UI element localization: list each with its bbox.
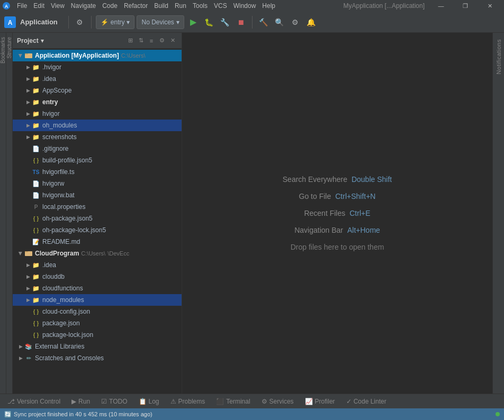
tree-item-readme[interactable]: 📝 README.md xyxy=(13,236,182,248)
tree-item-idea[interactable]: ▶ 📁 .idea xyxy=(13,73,182,85)
tree-item-hvigor2[interactable]: ▶ 📁 hvigor xyxy=(13,108,182,120)
tab-run[interactable]: ▶ Run xyxy=(66,394,96,408)
sidebar-collapse-all-icon[interactable]: ⊞ xyxy=(125,36,135,45)
menu-edit[interactable]: Edit xyxy=(30,0,48,12)
menu-code[interactable]: Code xyxy=(99,0,121,12)
sidebar-dropdown[interactable]: ▾ xyxy=(41,37,44,44)
notifications-button[interactable]: 🔔 xyxy=(304,15,318,29)
tree-file-icon-readme: 📝 xyxy=(32,238,40,246)
menu-window[interactable]: Window xyxy=(230,0,259,12)
tree-item-entry[interactable]: ▶ 📁 entry xyxy=(13,96,182,108)
bookmarks-strip: Bookmarks xyxy=(0,33,6,394)
tree-item-oh-package-lock[interactable]: { } oh-package-lock.json5 xyxy=(13,224,182,236)
sync-icon: 🔄 xyxy=(4,411,12,418)
tree-label-entry: entry xyxy=(42,98,58,106)
tree-item-package-json[interactable]: { } package.json xyxy=(13,317,182,329)
search-button[interactable]: 🔍 xyxy=(273,15,286,29)
tab-code-linter[interactable]: ✓ Code Linter xyxy=(341,394,392,408)
menu-file[interactable]: File xyxy=(14,0,30,12)
tree-item-hvigorw-bat[interactable]: 📄 hvigorw.bat xyxy=(13,189,182,201)
tree-label-cloud-idea: .idea xyxy=(42,261,56,269)
menu-build[interactable]: Build xyxy=(151,0,172,12)
window-title: MyApplication [...Application] xyxy=(344,2,425,10)
tree-folder-icon-cloud xyxy=(24,249,33,258)
toolbar-separator-3 xyxy=(252,16,253,29)
tree-item-gitignore[interactable]: 📄 .gitignore xyxy=(13,143,182,154)
tree-item-hvigorw[interactable]: 📄 hvigorw xyxy=(13,178,182,189)
tree-item-cloud-root[interactable]: ▶ CloudProgram C:\Users\ \DevEcc xyxy=(13,248,182,259)
menu-tools[interactable]: Tools xyxy=(190,0,211,12)
tree-label-hvigorw-bat: hvigorw.bat xyxy=(42,191,75,199)
build-button[interactable]: 🔨 xyxy=(257,15,271,29)
tree-item-build-profile[interactable]: { } build-profile.json5 xyxy=(13,154,182,166)
tree-item-package-lock[interactable]: { } package-lock.json xyxy=(13,329,182,341)
gear-button[interactable]: ⚙ xyxy=(289,15,302,29)
tree-label-hvigor: .hvigor xyxy=(42,63,61,71)
tree-item-cloud-idea[interactable]: ▶ 📁 .idea xyxy=(13,259,182,271)
menu-navigate[interactable]: Navigate xyxy=(68,0,99,12)
tree-path-cloud-root2: \DevEcc xyxy=(107,250,129,257)
profiler-icon: 📈 xyxy=(305,398,313,405)
notifications-panel-label[interactable]: Notifications xyxy=(496,35,502,78)
device-selector-button[interactable]: No Devices ▾ xyxy=(137,15,184,29)
tree-item-oh-package[interactable]: { } oh-package.json5 xyxy=(13,213,182,224)
sidebar-sort-icon[interactable]: ⇅ xyxy=(136,36,146,45)
tree-item-oh-modules[interactable]: ▶ 📁 oh_modules xyxy=(13,120,182,131)
tab-services[interactable]: ⚙ Services xyxy=(256,394,300,408)
run-button[interactable]: ▶ xyxy=(186,15,200,29)
sidebar-close-icon[interactable]: ✕ xyxy=(168,36,177,45)
tree-item-screenshots[interactable]: ▶ 📁 screenshots xyxy=(13,131,182,143)
debug-button[interactable]: 🐛 xyxy=(202,15,216,29)
profile-button[interactable]: 🔧 xyxy=(218,15,232,29)
tree-folder-icon-node-modules: 📁 xyxy=(32,296,40,304)
tree-file-icon-package-lock: { } xyxy=(32,331,40,339)
tree-item-node-modules[interactable]: ▶ 📁 node_modules xyxy=(13,294,182,306)
tree-item-ext-libs[interactable]: ▶ 📚 External Libraries xyxy=(13,341,182,352)
tree-arrow-node-modules: ▶ xyxy=(24,296,32,304)
run-config-button[interactable]: ⚡ entry ▾ xyxy=(96,15,135,29)
tree-item-appscope[interactable]: ▶ 📁 AppScope xyxy=(13,85,182,96)
tree-item-hvigor[interactable]: ▶ 📁 .hvigor xyxy=(13,61,182,73)
tree-label-appscope: AppScope xyxy=(42,87,71,94)
sidebar-settings-icon[interactable]: ⚙ xyxy=(157,36,167,45)
structure-label[interactable]: Structure xyxy=(6,33,12,63)
editor-area: Search Everywhere Double Shift Go to Fil… xyxy=(182,33,492,394)
minimize-button[interactable]: — xyxy=(429,0,453,12)
menu-run[interactable]: Run xyxy=(172,0,190,12)
tree-arrow-entry: ▶ xyxy=(24,98,32,106)
tree-label-gitignore: .gitignore xyxy=(42,145,68,152)
menu-view[interactable]: View xyxy=(48,0,68,12)
tab-log[interactable]: 📋 Log xyxy=(133,394,165,408)
menu-help[interactable]: Help xyxy=(259,0,278,12)
tree-label-oh-modules: oh_modules xyxy=(42,122,77,129)
menu-refactor[interactable]: Refactor xyxy=(121,0,151,12)
tree-item-clouddb[interactable]: ▶ 📁 clouddb xyxy=(13,271,182,282)
stop-button[interactable]: ⏹ xyxy=(234,15,248,29)
tree-folder-icon-appscope: 📁 xyxy=(32,86,40,95)
tree-item-cloudfunctions[interactable]: ▶ 📁 cloudfunctions xyxy=(13,282,182,294)
maximize-button[interactable]: ❐ xyxy=(453,0,478,12)
close-button[interactable]: ✕ xyxy=(478,0,502,12)
tree-path-app-root: C:\Users\ xyxy=(121,52,146,59)
svg-rect-7 xyxy=(25,251,28,252)
log-icon: 📋 xyxy=(139,398,147,405)
settings-icon[interactable]: ⚙ xyxy=(73,15,87,29)
tab-terminal[interactable]: ⬛ Terminal xyxy=(211,394,256,408)
tree-file-icon-cloud-config: { } xyxy=(32,307,40,316)
tree-item-local-props[interactable]: P local.properties xyxy=(13,201,182,213)
menu-vcs[interactable]: VCS xyxy=(211,0,230,12)
main-content: Bookmarks Structure Project ▾ ⊞ ⇅ ≡ ⚙ ✕ … xyxy=(0,33,504,394)
tab-todo[interactable]: ☑ TODO xyxy=(96,394,133,408)
tree-item-cloud-config[interactable]: { } cloud-config.json xyxy=(13,306,182,317)
tab-profiler[interactable]: 📈 Profiler xyxy=(300,394,341,408)
bookmarks-label[interactable]: Bookmarks xyxy=(0,33,6,68)
tree-item-app-root[interactable]: ▶ Application [MyApplication] C:\Users\ xyxy=(13,50,182,61)
tab-problems[interactable]: ⚠ Problems xyxy=(165,394,211,408)
run-tab-label: Run xyxy=(78,398,90,405)
sidebar-filter-icon[interactable]: ≡ xyxy=(147,36,156,45)
app-logo-icon: A xyxy=(2,2,11,10)
tree-label-oh-package: oh-package.json5 xyxy=(42,215,93,222)
tab-version-control[interactable]: ⎇ Version Control xyxy=(2,394,66,408)
tree-item-hvigorfile-ts[interactable]: TS hvigorfile.ts xyxy=(13,166,182,178)
tree-item-scratches[interactable]: ▶ ✏ Scratches and Consoles xyxy=(13,352,182,364)
